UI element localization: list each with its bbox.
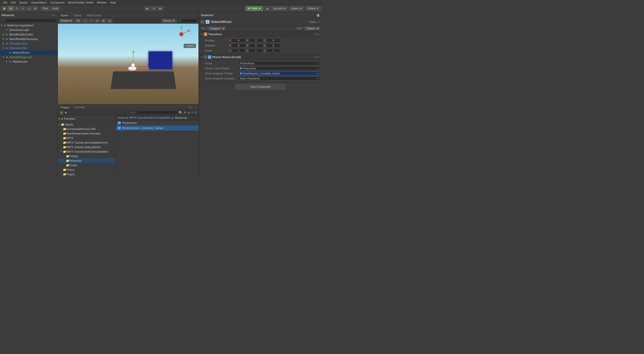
tree-item-plugins[interactable]: 📁 Plugins xyxy=(58,172,115,176)
favorites-star[interactable]: ★ xyxy=(64,111,67,114)
obj-name-input[interactable] xyxy=(211,20,308,24)
hierarchy-more-icon[interactable]: ≡ xyxy=(55,14,56,16)
more-btn[interactable]: ≡ xyxy=(193,105,198,110)
menu-edit[interactable]: Edit xyxy=(10,0,17,5)
play-btn[interactable]: ▶ xyxy=(144,6,150,11)
help-icon[interactable]: ? xyxy=(313,33,315,36)
favorites-item[interactable]: ▶ ★ Favorites xyxy=(58,116,115,121)
tag-select[interactable]: Untagged xyxy=(207,26,226,30)
script-arrow[interactable]: ⊙ xyxy=(317,72,319,75)
cloud-btn[interactable]: ☁ xyxy=(264,6,270,11)
pause-btn[interactable]: ⏸ xyxy=(151,6,157,11)
resource-item-rover[interactable]: RoverExplorer_Complete_Variant xyxy=(116,125,198,130)
script-arrow[interactable]: ⊙ xyxy=(317,77,319,80)
breadcrumb-multi[interactable]: MRTK.Tutorials.MultiUserCapabilities xyxy=(129,116,171,119)
static-dropdown[interactable]: ▼ xyxy=(318,21,320,23)
pos-x-input[interactable] xyxy=(232,38,246,42)
tool-rotate-btn[interactable]: ↻ xyxy=(14,6,20,11)
scale-x-input[interactable] xyxy=(232,49,246,53)
tree-item-mrtk-getting[interactable]: 📁 MRTK.Tutorials.GettingStarted xyxy=(58,145,115,149)
tool-rect-btn[interactable]: ▭ xyxy=(26,6,32,11)
project-search-input[interactable] xyxy=(128,111,178,115)
tree-item-mrtk-azure[interactable]: 📁 MRTK.Tutorials.AzureSpatialAnchors xyxy=(58,140,115,145)
scene-view-btn[interactable]: ⊞ xyxy=(101,19,106,23)
shade-mode-btn[interactable]: Shaded ▼ xyxy=(59,19,74,23)
scene-view[interactable]: ◁ Back xyxy=(58,24,198,104)
rover-location-field[interactable]: None (Transform) ⊙ xyxy=(239,76,320,80)
add-btn[interactable]: + xyxy=(59,111,63,115)
hierarchy-item-networkroom[interactable]: ◆ NetworkRoom xyxy=(0,50,58,55)
tab-assetstore[interactable]: Asset Store xyxy=(84,12,104,18)
inspector-lock-icon[interactable]: 🔒 xyxy=(316,13,320,17)
settings-icon[interactable]: ⚙ xyxy=(316,33,318,36)
resource-item-photon[interactable]: PhotonUser xyxy=(116,120,198,125)
tree-item-prefabs[interactable]: 📁 Prefabs xyxy=(58,154,115,158)
pivot-btn[interactable]: Pivot xyxy=(41,6,50,11)
menu-gameobject[interactable]: GameObject xyxy=(30,0,48,5)
hierarchy-item-debugwindow[interactable]: ▶ ◆ DebugWindow xyxy=(0,41,58,46)
tree-item-resources[interactable]: 📁 Resources xyxy=(58,158,115,163)
breadcrumb-assets[interactable]: Assets xyxy=(118,116,125,119)
tab-project[interactable]: Project xyxy=(58,105,72,110)
tab-game[interactable]: Game xyxy=(71,12,84,18)
lighting-btn[interactable]: ☼ xyxy=(82,19,88,23)
scene-search-input[interactable] xyxy=(177,19,197,23)
filter-icon[interactable]: ⚑ xyxy=(184,111,186,114)
more-icon[interactable]: ⋯ xyxy=(54,47,58,49)
menu-mrtk[interactable]: Mixed Reality Toolkit xyxy=(66,0,95,5)
script-arrow[interactable]: ⊙ xyxy=(317,67,319,70)
minimize-btn[interactable]: ⊟ xyxy=(187,105,193,110)
rot-z-input[interactable] xyxy=(266,43,280,48)
collab-btn[interactable]: ⇄ Collab ▼ xyxy=(246,6,263,11)
hierarchy-item-tableanchor[interactable]: ▼ ◆ TableAnchor ⋯ xyxy=(0,59,58,64)
add-component-btn[interactable]: Add Component xyxy=(235,84,286,90)
pos-y-input[interactable] xyxy=(249,38,263,42)
layers-btn[interactable]: Layers ▼ xyxy=(289,6,304,11)
tree-item-photon[interactable]: 📁 Photon xyxy=(58,167,115,172)
rot-x-input[interactable] xyxy=(232,43,246,48)
menu-component[interactable]: Component xyxy=(49,0,66,5)
hierarchy-lock-icon[interactable]: ⊞ xyxy=(52,14,54,16)
hierarchy-item-networklobby[interactable]: ▼ ◆ NetworkLobby ⋯ xyxy=(0,46,58,50)
tab-console[interactable]: Console xyxy=(72,105,87,110)
local-btn[interactable]: Local xyxy=(50,6,60,11)
assets-root[interactable]: ▼ 📁 Assets xyxy=(58,122,115,127)
comp-active-checkbox[interactable]: ✓ xyxy=(204,56,207,59)
scene-cam-btn[interactable]: ⊟ xyxy=(107,19,112,23)
rot-y-input[interactable] xyxy=(249,43,263,48)
scale-y-input[interactable] xyxy=(249,49,263,53)
script-field-value[interactable]: PhotonRoom ⊙ xyxy=(239,61,320,65)
hierarchy-search-input[interactable] xyxy=(1,19,57,23)
tab-scene[interactable]: Scene xyxy=(58,12,71,18)
rover-prefab-field[interactable]: RoverExplorer_Complete_Variant ⊙ xyxy=(239,71,320,75)
script-arrow[interactable]: ⊙ xyxy=(317,62,319,65)
more-icon[interactable]: ⋯ xyxy=(54,60,58,63)
pos-z-input[interactable] xyxy=(266,38,280,42)
hierarchy-item-playspace[interactable]: ▶ ◆ MixedRealityPlayspace xyxy=(0,37,58,41)
transform-header[interactable]: ▼ T Transform ? ⚙ ≡ xyxy=(199,31,322,37)
tree-item-scenes[interactable]: 📁 Scenes xyxy=(58,176,115,177)
hierarchy-item-dirlight[interactable]: ☀ Directional Light xyxy=(0,28,58,32)
more-icon[interactable]: ⋯ xyxy=(54,24,58,27)
tool-transform-btn[interactable]: ⊞ xyxy=(32,6,38,11)
tool-move-btn[interactable]: ✚ xyxy=(8,6,14,11)
gizmos-btn[interactable]: Gizmos ▼ xyxy=(161,19,177,23)
menu-file[interactable]: File xyxy=(2,0,9,5)
tool-scale-btn[interactable]: ⤡ xyxy=(20,6,26,11)
layer-select[interactable]: Default xyxy=(304,26,320,30)
tree-item-scripts[interactable]: 📁 Scripts xyxy=(58,163,115,167)
more-icon[interactable]: ≡ xyxy=(319,33,320,36)
obj-active-checkbox[interactable]: ✓ xyxy=(201,20,204,23)
2d-btn[interactable]: 2D xyxy=(75,19,82,23)
settings-icon[interactable]: ⚙ xyxy=(316,56,318,59)
tree-item-mrtk-multi[interactable]: ▼ 📁 MRTK.Tutorials.MultiUserCapabilities xyxy=(58,149,115,154)
fx-btn[interactable]: ✦ xyxy=(94,19,100,23)
step-btn[interactable]: ⏭ xyxy=(157,6,164,11)
tree-item-azure[interactable]: 📁 AzureSpatialAnchors.SDK xyxy=(58,127,115,131)
more-icon[interactable]: ≡ xyxy=(319,56,320,59)
star-filter-icon[interactable]: ★ xyxy=(187,111,190,114)
hierarchy-item-sharedplayground[interactable]: ▼ ◆ SharedPlayground xyxy=(0,55,58,59)
account-btn[interactable]: Account ▼ xyxy=(271,6,288,11)
help-icon[interactable]: ? xyxy=(313,56,315,59)
photon-user-field[interactable]: PhotonUser ⊙ xyxy=(239,66,320,70)
